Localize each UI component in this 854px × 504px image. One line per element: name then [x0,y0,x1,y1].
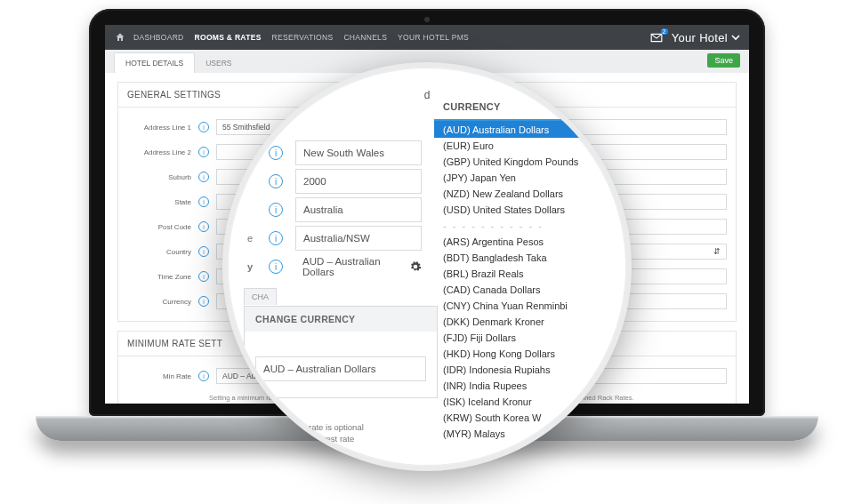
partial-box-head: CHA [244,288,277,305]
label-country: Country [127,248,198,256]
info-icon[interactable]: i [198,172,209,182]
currency-option[interactable]: (USD) United States Dollars [434,202,621,218]
tab-hotel-details[interactable]: HOTEL DETAILS [114,52,195,73]
change-currency-box: CHANGE CURRENCY AUD – Australian Dollars [244,306,438,398]
nav-dashboard[interactable]: DASHBOARD [133,33,184,42]
currency-option[interactable]: (CAD) Canada Dollars [434,282,621,298]
hotel-selector[interactable]: Your Hotel [672,31,740,44]
nav-yourhotel-pms[interactable]: YOUR HOTEL PMS [398,33,469,42]
gear-icon[interactable] [409,260,422,273]
label-state: State [127,198,198,206]
label-postcode: Post Code [127,223,198,231]
currency-separator: - - - - - - - - - - - [434,218,621,234]
currency-option[interactable]: (HKD) Hong Kong Dollars [434,346,621,362]
info-icon[interactable]: i [198,221,209,232]
mag-label-tail-timezone: e [244,233,253,244]
currency-option[interactable]: (BDT) Bangladesh Taka [434,250,621,266]
mag-currency-value[interactable]: AUD – Australian Dollars [295,254,404,279]
info-icon[interactable]: i [198,246,209,257]
info-icon[interactable]: i [198,371,209,381]
save-button[interactable]: Save [707,53,740,68]
currency-option[interactable]: (BRL) Brazil Reals [434,266,621,282]
info-icon[interactable]: i [198,122,209,132]
hotel-label: Your Hotel [672,31,728,44]
tab-users[interactable]: USERS [195,53,242,73]
mag-state-value[interactable]: New South Wales [295,140,422,165]
change-currency-select[interactable]: AUD – Australian Dollars [255,356,426,381]
mail-icon[interactable]: 2 [650,33,663,43]
home-icon[interactable] [114,31,126,44]
info-icon[interactable]: i [269,203,283,217]
currency-option[interactable]: (GBP) United Kingdom Pounds [434,154,621,170]
label-min-rate: Min Rate [127,372,198,380]
nav-rooms-rates[interactable]: ROOMS & RATES [195,33,262,42]
label-suburb: Suburb [127,173,198,181]
label-address2: Address Line 2 [127,148,198,156]
info-icon[interactable]: i [198,196,209,207]
chevron-down-icon [731,33,740,42]
label-currency: Currency [127,298,198,306]
info-icon[interactable]: i [198,296,209,307]
camera-dot [424,17,430,22]
currency-option[interactable]: (JPY) Japan Yen [434,170,621,186]
mag-timezone-value[interactable]: Australia/NSW [295,226,422,251]
info-icon[interactable]: i [269,146,283,160]
currency-option[interactable]: (DKK) Denmark Kroner [434,314,621,330]
currency-option[interactable]: (IDR) Indonesia Rupiahs [434,362,621,378]
select-arrows-icon: ⇵ [713,247,721,256]
top-nav: DASHBOARD ROOMS & RATES RESERVATIONS CHA… [105,25,749,50]
currency-option[interactable]: (NZD) New Zealand Dollars [434,186,621,202]
nav-reservations[interactable]: RESERVATIONS [272,33,334,42]
magnifier-lens: d iNew South Wales i2000 iAustralia eiAu… [222,62,632,471]
info-icon[interactable]: i [198,147,209,157]
info-icon[interactable]: i [269,174,283,188]
mag-postcode-value[interactable]: 2000 [295,169,422,194]
currency-option[interactable]: (CNY) China Yuan Renminbi [434,298,621,314]
mag-peek-top: d [424,89,431,101]
change-currency-title: CHANGE CURRENCY [245,307,437,332]
mag-label-tail-currency: y [244,261,253,272]
nav-channels[interactable]: CHANNELS [343,33,387,42]
info-icon[interactable]: i [269,231,283,245]
label-timezone: Time Zone [127,273,198,281]
mail-badge: 2 [661,28,668,35]
label-address1: Address Line 1 [127,124,198,132]
info-icon[interactable]: i [198,271,209,282]
mag-country-value[interactable]: Australia [295,197,422,222]
info-icon[interactable]: i [269,260,283,274]
currency-option[interactable]: (ARS) Argentina Pesos [434,234,621,250]
currency-option[interactable]: (FJD) Fiji Dollars [434,330,621,346]
